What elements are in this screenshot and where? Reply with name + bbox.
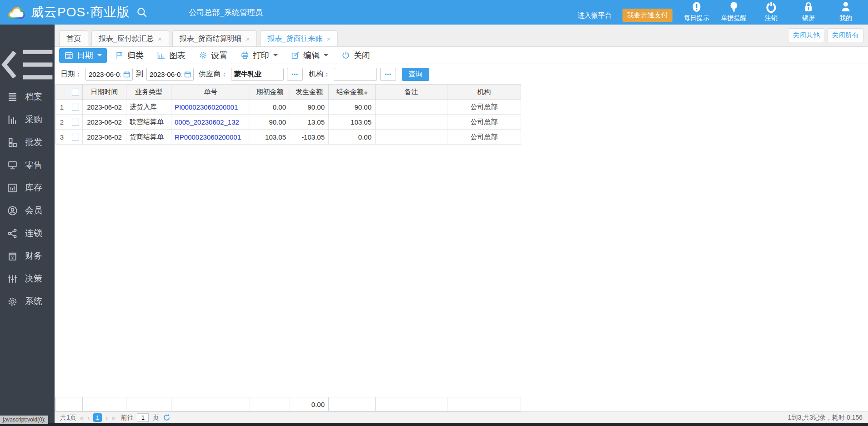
close-icon[interactable]: × bbox=[158, 35, 162, 43]
retail-monitor-icon bbox=[7, 160, 18, 171]
svg-text:¥: ¥ bbox=[11, 256, 14, 260]
status-link-hint: javascript:void(0); bbox=[0, 416, 48, 424]
close-others-button[interactable]: 关闭其他 bbox=[788, 28, 824, 42]
tab-payables-summary[interactable]: 报表_应付款汇总 × bbox=[91, 30, 169, 46]
supplier-input[interactable] bbox=[231, 68, 284, 81]
chart-view-button[interactable]: 图表 bbox=[151, 48, 191, 63]
sidebar-collapse-icon[interactable] bbox=[0, 44, 55, 85]
doc-link[interactable]: 0005_20230602_132 bbox=[175, 118, 239, 126]
brand-title: 威云POS·商业版 bbox=[31, 4, 130, 21]
sidebar-item-decision[interactable]: 决策 bbox=[0, 267, 55, 290]
org-picker-button[interactable]: ••• bbox=[380, 68, 396, 81]
sidebar-item-wholesale[interactable]: 批发 bbox=[0, 131, 55, 154]
sort-icon[interactable]: ◆ bbox=[364, 90, 368, 95]
org-input[interactable] bbox=[334, 68, 377, 81]
app-header: 威云POS·商业版 公司总部_系统管理员 进入微平台 我要开通支付 每日提示 单… bbox=[0, 0, 868, 25]
refresh-icon[interactable] bbox=[162, 413, 171, 422]
last-page-button[interactable]: » bbox=[111, 414, 115, 421]
power-icon bbox=[341, 50, 351, 60]
col-datetime[interactable]: 日期时间 bbox=[83, 85, 126, 100]
purchase-chart-icon bbox=[7, 114, 18, 125]
daily-tips-button[interactable]: 每日提示 bbox=[683, 0, 710, 22]
tab-supplier-account-active[interactable]: 报表_货商往来账 × bbox=[260, 30, 338, 46]
sidebar-item-retail[interactable]: 零售 bbox=[0, 154, 55, 176]
gear-icon bbox=[198, 50, 208, 60]
sidebar-item-finance[interactable]: ¥ 财务 bbox=[0, 245, 55, 267]
first-page-button[interactable]: « bbox=[80, 414, 84, 421]
date-mode-button[interactable]: 15 日期 bbox=[59, 48, 107, 63]
sidebar-item-label: 零售 bbox=[25, 159, 42, 171]
sidebar-item-label: 采购 bbox=[25, 114, 42, 125]
cell-org: 公司总部 bbox=[447, 115, 521, 130]
close-icon[interactable]: × bbox=[246, 35, 250, 43]
close-report-button[interactable]: 关闭 bbox=[336, 48, 375, 63]
doc-reminder-button[interactable]: 单据提醒 bbox=[721, 0, 747, 22]
select-all-checkbox[interactable] bbox=[72, 89, 79, 96]
edit-icon bbox=[291, 50, 300, 60]
doc-link[interactable]: RP000023060200001 bbox=[175, 133, 241, 141]
tool-label: 关闭 bbox=[354, 50, 370, 61]
table-row: 1 2023-06-02 进货入库 PI000023060200001 0.00… bbox=[56, 100, 521, 115]
print-button[interactable]: 打印 bbox=[235, 48, 283, 63]
prev-page-button[interactable]: ‹ bbox=[87, 414, 90, 421]
action-label: 单据提醒 bbox=[721, 14, 747, 22]
col-remark[interactable]: 备注 bbox=[376, 85, 447, 100]
edit-button[interactable]: 编辑 bbox=[286, 48, 333, 63]
date-from-input[interactable] bbox=[85, 68, 133, 81]
sidebar-item-inventory[interactable]: 库存 bbox=[0, 176, 55, 199]
action-label: 每日提示 bbox=[684, 14, 709, 22]
tab-supplier-settlement-detail[interactable]: 报表_货商结算明细 × bbox=[172, 30, 257, 46]
next-page-button[interactable]: › bbox=[105, 414, 108, 421]
cell-remark bbox=[376, 115, 447, 130]
col-org[interactable]: 机构 bbox=[447, 85, 521, 100]
close-all-button[interactable]: 关闭所有 bbox=[827, 28, 863, 42]
cell-biz-type: 联营结算单 bbox=[126, 115, 171, 130]
close-icon[interactable]: × bbox=[326, 35, 331, 43]
search-icon[interactable] bbox=[136, 6, 148, 18]
logout-power-icon bbox=[766, 0, 777, 13]
archive-icon bbox=[7, 91, 18, 103]
col-biz-type[interactable]: 业务类型 bbox=[126, 85, 171, 100]
checkbox-cell bbox=[68, 130, 83, 145]
tab-home[interactable]: 首页 bbox=[59, 30, 88, 46]
lock-screen-button[interactable]: 锁屏 bbox=[795, 0, 822, 22]
sidebar-item-archive[interactable]: 档案 bbox=[0, 85, 55, 108]
current-page-button[interactable]: 1 bbox=[93, 413, 102, 422]
sidebar-item-member[interactable]: 会员 bbox=[0, 199, 55, 222]
row-checkbox[interactable] bbox=[72, 119, 79, 126]
col-doc-no[interactable]: 单号 bbox=[171, 85, 250, 100]
inventory-icon bbox=[7, 182, 18, 194]
tool-label: 图表 bbox=[169, 50, 186, 61]
brand-cloud-logo-icon bbox=[7, 5, 27, 20]
settings-button[interactable]: 设置 bbox=[193, 48, 232, 63]
enter-micro-platform-link[interactable]: 进入微平台 bbox=[577, 11, 612, 20]
cell-org: 公司总部 bbox=[447, 130, 521, 145]
query-button[interactable]: 查询 bbox=[402, 68, 429, 81]
col-change-amount[interactable]: 发生金额 bbox=[290, 85, 329, 100]
col-begin-amount[interactable]: 期初金额 bbox=[250, 85, 290, 100]
system-gear-icon bbox=[7, 296, 18, 307]
doc-link[interactable]: PI000023060200001 bbox=[175, 103, 238, 111]
tool-label: 打印 bbox=[253, 50, 269, 61]
row-checkbox[interactable] bbox=[72, 104, 79, 111]
checkbox-cell bbox=[68, 100, 83, 115]
sidebar-item-system[interactable]: 系统 bbox=[0, 290, 55, 313]
bulb-icon bbox=[728, 0, 739, 13]
open-payment-button[interactable]: 我要开通支付 bbox=[622, 9, 672, 22]
cell-change: -103.05 bbox=[290, 130, 329, 145]
row-checkbox[interactable] bbox=[72, 134, 79, 141]
supplier-picker-button[interactable]: ••• bbox=[287, 68, 303, 81]
classify-button[interactable]: 归类 bbox=[110, 48, 149, 63]
sidebar-item-chain[interactable]: 连锁 bbox=[0, 222, 55, 245]
tab-label: 报表_货商往来账 bbox=[267, 34, 322, 44]
logout-button[interactable]: 注销 bbox=[758, 0, 784, 22]
page-unit-label: 页 bbox=[152, 414, 159, 422]
summary-change-total: 0.00 bbox=[290, 397, 329, 411]
supplier-label: 供应商： bbox=[199, 70, 228, 79]
my-account-button[interactable]: 我的 bbox=[833, 0, 859, 22]
sidebar-item-label: 决策 bbox=[25, 273, 42, 285]
col-balance-amount[interactable]: 结余金额◆ bbox=[329, 85, 376, 100]
date-to-input[interactable] bbox=[146, 68, 194, 81]
sidebar-item-purchase[interactable]: 采购 bbox=[0, 108, 55, 131]
goto-page-input[interactable] bbox=[137, 413, 149, 422]
